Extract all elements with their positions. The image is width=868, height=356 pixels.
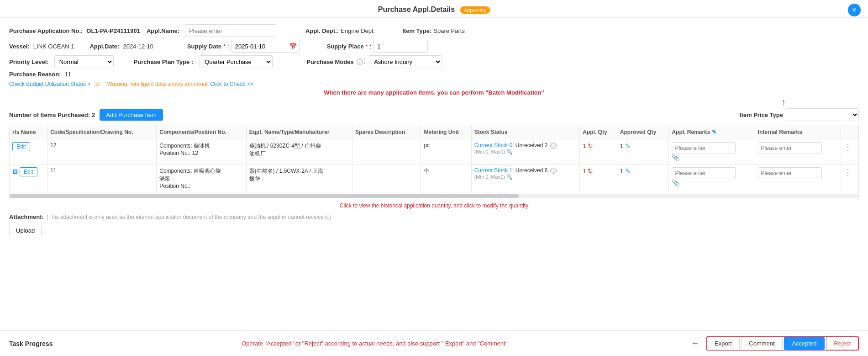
supply-place-input[interactable] (373, 40, 428, 53)
item-price-type-label: Item Price Type (740, 112, 783, 118)
supply-place-label: Supply Place (327, 43, 364, 50)
stock-info-icon-2[interactable]: ⓘ (550, 168, 557, 174)
supply-date-label: Supply Date (187, 43, 221, 50)
current-stock-link-1[interactable]: Current Stock 0 (474, 142, 512, 149)
purchase-modes-select[interactable]: Ashore Inquiry Online Purchase Direct Pu… (369, 55, 442, 68)
appl-name-label: Appl.Name: (147, 27, 179, 34)
appl-name-input[interactable] (185, 24, 276, 37)
approved-qty-edit-2[interactable]: ✎ (625, 167, 631, 175)
approved-qty-cell-2: 1 ✎ (617, 165, 669, 192)
approved-qty-cell-1: 1 ✎ (617, 139, 669, 165)
appl-qty-cell-2: 1 ↻ (580, 165, 617, 192)
attach-icon-1[interactable]: 📎 (672, 154, 679, 161)
col-unit: Metering Unit (421, 125, 471, 139)
row2-img-icon[interactable]: 🖼 (12, 169, 18, 175)
appl-remarks-cell-2: 📎 (669, 165, 755, 192)
table-row: Edit 12 Components: 柴油机Position No.: 12 … (10, 139, 858, 165)
close-button[interactable]: × (848, 4, 861, 16)
spares-cell-1 (352, 139, 421, 165)
edit-btn-2[interactable]: Edit (20, 167, 37, 176)
col-rts-name: rts Name (10, 125, 47, 139)
batch-mod-annotation: When there are many application items, y… (324, 89, 544, 96)
warning-text: Warning: Intelligent data shows abnormal (107, 81, 207, 87)
stock-img-icon-1[interactable]: 🔍 (506, 149, 513, 154)
stock-cell-2: Current Stock 1; Unreceived 6 ⓘ (Min 0; … (471, 165, 580, 192)
reject-button[interactable]: Reject (826, 337, 858, 350)
code-cell-1: 12 (47, 139, 157, 165)
stock-img-icon-2[interactable]: 🔍 (506, 174, 513, 180)
col-actions (841, 125, 858, 139)
eqpt-cell-2: 泵(在船名) / 1.5CWX-2A / 上海振华 (246, 165, 352, 192)
export-button[interactable]: Export (707, 337, 740, 350)
purchase-plan-select[interactable]: Quarter Purchase Monthly Purchase Annual… (200, 55, 273, 68)
col-code: Code/Specification/Drawing No. (47, 125, 157, 139)
appl-date-label: Appl.Date: (89, 43, 119, 50)
appl-qty-history-2[interactable]: ↻ (588, 167, 593, 175)
col-appl-remarks: Appl. Remarks ✎ (669, 125, 755, 139)
current-stock-link-2[interactable]: Current Stock 1 (474, 167, 512, 174)
col-appl-qty: Appl. Qty (580, 125, 617, 139)
priority-label: Priority Level: (9, 58, 49, 65)
item-type-label: Item Type: (402, 27, 431, 34)
accepted-button[interactable]: Accepted (784, 337, 824, 350)
appl-remarks-input-2[interactable] (672, 167, 736, 179)
upload-button[interactable]: Upload (9, 225, 42, 236)
purchase-modes-info[interactable]: ⓘ (357, 58, 363, 65)
page-title: Purchase Appl.Details (378, 5, 455, 13)
warning-icon: ⚠ (95, 80, 100, 87)
appl-qty-history-1[interactable]: ↻ (588, 142, 593, 149)
edit-btn-1[interactable]: Edit (12, 142, 30, 151)
eqpt-cell-1: 柴油机 / 6230ZC-4型 / 广州柴油机厂 (246, 139, 352, 165)
priority-select[interactable]: Normal High Low (54, 55, 114, 68)
internal-remarks-input-2[interactable] (758, 167, 822, 179)
appl-remarks-cell-1: 📎 (669, 139, 755, 165)
row-actions-1: ⋮ (841, 139, 858, 165)
appl-qty-cell-1: 1 ↻ (580, 139, 617, 165)
components-cell-2: Components: 自吸离心旋涡泵Position No.: (157, 165, 246, 192)
appl-dept-value: Engine Dept. (341, 27, 375, 34)
stock-cell-1: Current Stock 0; Unreceived 2 ⓘ (Min 0; … (471, 139, 580, 165)
internal-remarks-cell-2 (755, 165, 841, 192)
app-no-label: Purchase Application No.: (9, 27, 83, 34)
col-stock: Stock Status (471, 125, 580, 139)
row-menu-2[interactable]: ⋮ (844, 168, 852, 177)
unit-cell-1: pc (421, 139, 471, 165)
status-badge: Approving (460, 6, 490, 14)
col-eqpt: Eqpt. Name/Type/Manufacturer (246, 125, 352, 139)
approved-qty-edit-1[interactable]: ✎ (625, 142, 631, 149)
col-spares: Spares Description (352, 125, 421, 139)
comment-button[interactable]: Comment (741, 337, 782, 350)
click-check-link[interactable]: Click to Check >> (210, 81, 253, 87)
items-count-label: Number of Items Purchased: (9, 112, 90, 118)
app-no-value: OL1-PA-P24111901 (86, 27, 140, 34)
purchase-reason-value: 11 (64, 71, 71, 78)
arrow-left-icon: ← (691, 339, 699, 348)
internal-remarks-input-1[interactable] (758, 142, 822, 154)
bottom-annotation: Click to view the historical application… (340, 202, 528, 209)
budget-check-link[interactable]: Check Budget Utilization Status > (9, 81, 90, 87)
purchase-reason-label: Purchase Reason: (9, 71, 61, 78)
attachment-label: Attachment: (9, 213, 44, 220)
appl-date-value: 2024-12-10 (123, 43, 153, 50)
vessel-value: LINK OCEAN 1 (33, 43, 74, 50)
table-row: 🖼 Edit 11 Components: 自吸离心旋涡泵Position No… (10, 165, 858, 192)
col-components: Components/Position No. (157, 125, 246, 139)
item-price-type-select[interactable]: Fixed Price Market Price (786, 108, 859, 121)
stock-info-icon-1[interactable]: ⓘ (550, 143, 557, 149)
components-cell-1: Components: 柴油机Position No.: 12 (157, 139, 246, 165)
spares-cell-2 (352, 165, 421, 192)
row-menu-1[interactable]: ⋮ (844, 143, 852, 152)
items-count-value: 2 (92, 112, 95, 118)
add-purchase-item-btn[interactable]: Add Purchase Item (100, 109, 163, 121)
vessel-label: Vessel: (9, 43, 30, 50)
appl-remarks-input-1[interactable] (672, 142, 736, 154)
purchase-plan-label: Purchase Plan Type : (134, 58, 194, 65)
attach-icon-2[interactable]: 📎 (672, 179, 679, 186)
item-type-value: Spare Parts (433, 27, 465, 34)
col-internal-remarks: Internal Remarks (755, 125, 841, 139)
internal-remarks-cell-1 (755, 139, 841, 165)
task-progress-label: Task Progress (9, 340, 53, 347)
attachment-note: (This attachment is only used as the int… (47, 214, 331, 220)
appl-dept-label: Appl. Dept.: (305, 27, 339, 34)
purchase-modes-label: Purchase Modes (306, 58, 353, 65)
